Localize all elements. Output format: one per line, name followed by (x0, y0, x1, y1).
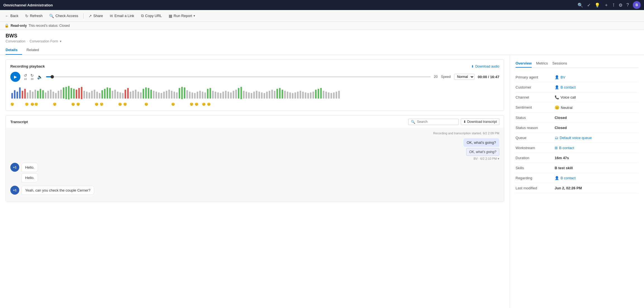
search-input[interactable] (417, 120, 456, 124)
svg-rect-25 (76, 90, 77, 99)
agent-bubble-meta: BV · 6/2 2:10 PM ▾ (474, 157, 499, 161)
svg-rect-42 (120, 92, 121, 99)
value-queue[interactable]: 🗂 Default voice queue (555, 136, 592, 140)
svg-rect-81 (220, 93, 221, 99)
breadcrumb: Conversation · Conversation Form ▾ (6, 39, 638, 43)
back-button[interactable]: ← Back (2, 13, 21, 19)
svg-rect-79 (215, 92, 216, 99)
forward-30-button[interactable]: ↻30 (30, 73, 34, 80)
person-icon: 👤 (555, 75, 559, 79)
check-access-button[interactable]: 🔍 Check Access (46, 13, 81, 19)
copy-url-button[interactable]: ⧉ Copy URL (138, 12, 165, 19)
download-audio-button[interactable]: ⬇ Download audio (471, 65, 499, 68)
tab-metrics[interactable]: Metrics (536, 59, 548, 68)
svg-rect-34 (99, 93, 101, 99)
svg-rect-77 (209, 88, 211, 99)
svg-rect-97 (261, 92, 263, 99)
lock-icon: 🔒 (4, 23, 9, 28)
value-regarding[interactable]: 👤 B contact (555, 176, 576, 180)
share-button[interactable]: ↗ Share (86, 13, 106, 19)
circle-check-icon[interactable]: ✓ (587, 3, 591, 8)
svg-rect-107 (287, 92, 288, 99)
svg-rect-105 (282, 90, 283, 99)
svg-rect-52 (145, 87, 147, 99)
volume-button[interactable]: 🔈 (37, 74, 43, 80)
svg-rect-46 (130, 92, 132, 99)
svg-rect-38 (109, 88, 111, 99)
help-icon[interactable]: ? (626, 3, 629, 8)
seek-position-label: 20 (434, 75, 438, 79)
svg-rect-28 (84, 91, 85, 99)
value-customer[interactable]: 👤 B contact (555, 85, 576, 89)
customer-messages-1: Hello. Hello. (22, 163, 38, 182)
email-link-button[interactable]: ✉ Email a Link (107, 13, 137, 19)
svg-rect-20 (63, 87, 65, 99)
breadcrumb-conversation[interactable]: Conversation (6, 39, 25, 43)
refresh-button[interactable]: ↻ Refresh (22, 13, 46, 19)
lightbulb-icon[interactable]: 💡 (595, 3, 600, 8)
speed-select[interactable]: Normal 0.5x 0.75x 1.25x 1.5x 2x (454, 74, 474, 80)
tab-overview[interactable]: Overview (516, 59, 532, 68)
search-box[interactable]: 🔍 (408, 119, 459, 125)
svg-rect-122 (325, 92, 327, 99)
value-primary-agent[interactable]: 👤 BV (555, 75, 565, 79)
download-transcript-button[interactable]: ⬇ Download transcript (461, 118, 499, 125)
svg-rect-54 (150, 90, 152, 99)
avatar[interactable]: B (633, 1, 641, 9)
svg-rect-83 (225, 91, 227, 99)
agent-message-text: OK, what's going? (467, 140, 496, 145)
svg-rect-90 (243, 91, 245, 99)
svg-rect-66 (181, 87, 183, 99)
transcript-title: Transcript (10, 120, 28, 124)
workstream-icon: ⊞ (555, 146, 558, 150)
svg-rect-100 (269, 91, 270, 99)
tab-sessions[interactable]: Sessions (552, 59, 567, 68)
rewind-10-button[interactable]: ↺10 (24, 73, 27, 80)
play-button[interactable]: ▶ (10, 72, 20, 82)
info-row-customer: Customer 👤 B contact (516, 82, 638, 92)
info-row-workstream: Workstream ⊞ B contact (516, 143, 638, 153)
label-workstream: Workstream (516, 146, 555, 150)
svg-rect-12 (42, 90, 44, 99)
value-duration: 16m 47s (555, 156, 569, 160)
waveform[interactable] (10, 85, 499, 101)
gear-icon[interactable]: ⚙ (619, 3, 622, 8)
svg-rect-96 (258, 92, 260, 99)
tab-related[interactable]: Related (27, 46, 44, 55)
tabs-bar: Details Related (0, 46, 644, 55)
back-icon: ← (5, 14, 9, 18)
svg-rect-61 (168, 90, 170, 99)
svg-rect-84 (228, 92, 229, 99)
copy-icon: ⧉ (141, 13, 144, 18)
value-status: Closed (555, 116, 567, 120)
customer-bubble-1: +1 Hello. Hello. (10, 163, 499, 182)
filter-icon[interactable]: ⊺ (612, 3, 615, 8)
svg-rect-32 (94, 90, 96, 99)
queue-icon: 🗂 (555, 136, 558, 140)
tab-details[interactable]: Details (6, 46, 22, 55)
svg-rect-10 (37, 91, 39, 99)
value-last-modified: Jun 2, 02:26 PM (555, 186, 582, 190)
breadcrumb-dropdown-icon[interactable]: ▾ (60, 39, 61, 43)
seek-bar[interactable] (46, 76, 431, 77)
svg-rect-62 (171, 91, 173, 99)
search-icon[interactable]: 🔍 (578, 3, 583, 8)
info-row-sentiment: Sentiment 😐 Neutral (516, 102, 638, 113)
value-sentiment: 😐 Neutral (555, 105, 573, 110)
value-workstream[interactable]: ⊞ B contact (555, 146, 574, 150)
svg-rect-94 (253, 92, 255, 99)
download-transcript-icon: ⬇ (463, 120, 466, 124)
breadcrumb-form[interactable]: Conversation Form (30, 39, 58, 43)
svg-rect-112 (300, 91, 301, 99)
svg-rect-99 (266, 92, 268, 99)
svg-rect-120 (320, 88, 322, 99)
label-status-reason: Status reason (516, 126, 555, 130)
person-icon-2: 👤 (555, 85, 559, 89)
svg-rect-59 (163, 92, 165, 99)
run-report-button[interactable]: ▦ Run Report ▾ (166, 13, 198, 19)
plus-icon[interactable]: ＋ (604, 2, 609, 8)
svg-rect-75 (204, 92, 206, 99)
run-report-icon: ▦ (169, 14, 172, 18)
svg-rect-37 (107, 87, 108, 99)
svg-rect-47 (132, 91, 134, 99)
